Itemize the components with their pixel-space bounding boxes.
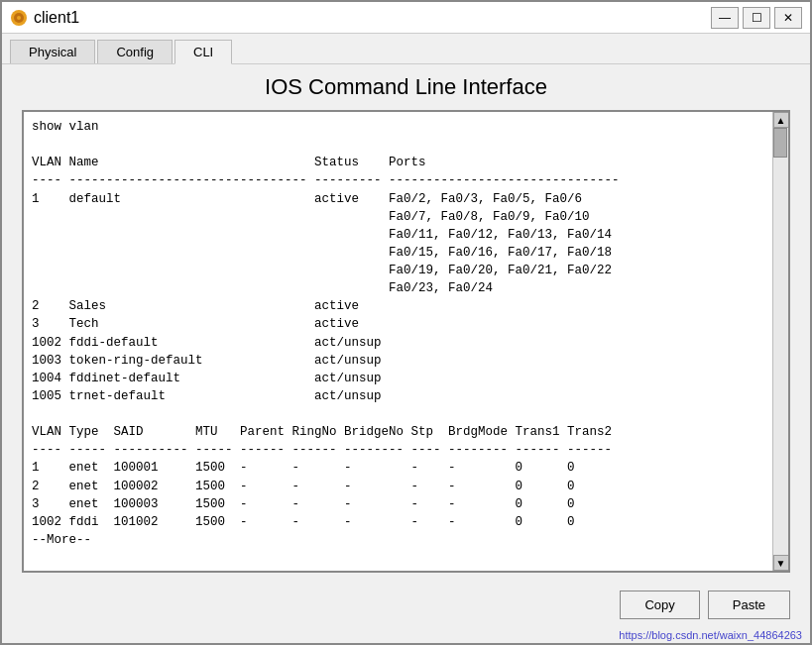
watermark: https://blog.csdn.net/waixn_44864263 [2,627,810,643]
copy-button[interactable]: Copy [620,591,699,619]
close-button[interactable]: ✕ [774,7,802,29]
paste-button[interactable]: Paste [708,591,790,619]
title-bar: client1 — ☐ ✕ [2,2,810,34]
scrollbar-thumb[interactable] [773,128,787,158]
scrollbar[interactable]: ▲ ▼ [772,112,788,571]
window-title: client1 [34,9,79,27]
scrollbar-track[interactable] [773,128,788,555]
terminal-output: show vlan VLAN Name Status Ports ---- --… [24,112,772,571]
tab-bar: Physical Config CLI [2,34,810,64]
title-bar-left: client1 [10,9,79,27]
main-window: client1 — ☐ ✕ Physical Config CLI IOS Co… [0,0,812,645]
minimize-button[interactable]: — [711,7,739,29]
cli-terminal[interactable]: show vlan VLAN Name Status Ports ---- --… [22,110,790,573]
svg-point-2 [17,16,21,20]
tab-config[interactable]: Config [97,40,173,63]
app-icon [10,9,28,27]
title-bar-controls: — ☐ ✕ [711,7,802,29]
scroll-up-button[interactable]: ▲ [773,112,789,128]
tab-cli[interactable]: CLI [174,40,232,64]
page-title: IOS Command Line Interface [22,74,790,100]
bottom-bar: Copy Paste [2,583,810,627]
scroll-down-button[interactable]: ▼ [773,555,789,571]
tab-physical[interactable]: Physical [10,40,95,63]
main-content: IOS Command Line Interface show vlan VLA… [2,64,810,583]
maximize-button[interactable]: ☐ [743,7,770,29]
